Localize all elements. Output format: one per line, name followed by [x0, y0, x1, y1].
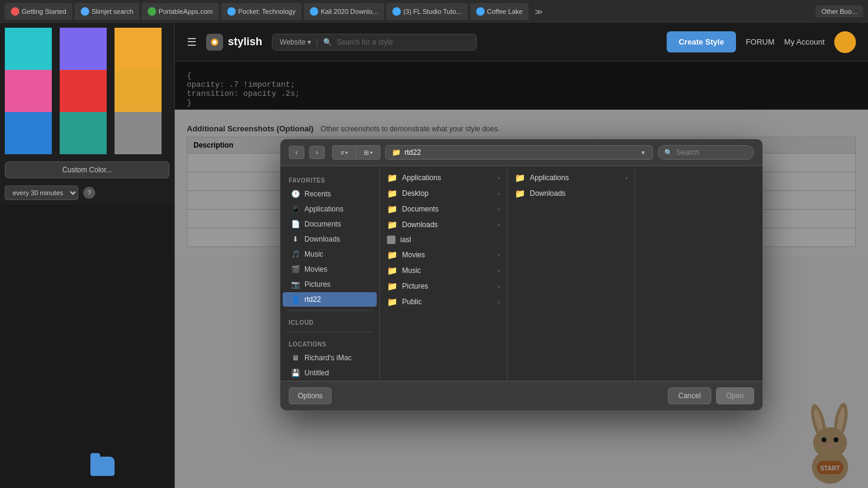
sidebar-item-imac[interactable]: 🖥 Richard's iMac	[283, 351, 377, 365]
file-column-1: 📁 Applications › 📁 Desktop › 📁	[380, 166, 508, 381]
file-dialog-overlay: ‹ › ≡▾ ⊞▾ 📁 rtd22 ▼	[175, 61, 868, 488]
swatch-blue[interactable]	[5, 112, 52, 154]
custom-color-button[interactable]: Custom Color...	[5, 161, 169, 178]
sidebar-item-documents[interactable]: 📄 Documents	[283, 217, 377, 231]
options-button[interactable]: Options	[289, 387, 332, 404]
file-icon	[387, 236, 395, 244]
sidebar-item-movies[interactable]: 🎬 Movies	[283, 262, 377, 277]
locations-label: Locations	[280, 336, 379, 350]
imac-icon: 🖥	[291, 354, 300, 362]
icloud-label: iCloud	[280, 314, 379, 328]
chevron-right-icon: ›	[498, 299, 500, 305]
list-item[interactable]: 📁 Downloads ›	[380, 217, 507, 233]
dialog-toolbar: ‹ › ≡▾ ⊞▾ 📁 rtd22 ▼	[280, 139, 763, 166]
cancel-button[interactable]: Cancel	[668, 387, 711, 404]
style-search-bar[interactable]: Website ▾ | 🔍 Search for a style	[272, 34, 477, 51]
chevron-right-icon: ›	[498, 222, 500, 228]
list-item[interactable]: 📁 Desktop ›	[380, 186, 507, 201]
location-folder-icon: 📁	[392, 148, 401, 157]
dialog-files: 📁 Applications › 📁 Desktop › 📁	[380, 166, 763, 381]
tab-flstudio[interactable]: (3) FL Studio Tuto...	[386, 3, 468, 20]
account-link[interactable]: My Account	[784, 37, 825, 46]
forward-button[interactable]: ›	[309, 146, 325, 159]
folder-icon: 📁	[515, 189, 525, 198]
forum-link[interactable]: FORUM	[746, 37, 775, 46]
list-item[interactable]: 📁 Applications ›	[380, 170, 507, 186]
tab-slimjet[interactable]: Slimjet search	[75, 3, 139, 20]
swatch-gray[interactable]	[115, 112, 162, 154]
documents-icon: 📄	[291, 220, 300, 228]
chevron-right-icon: ›	[498, 267, 500, 274]
list-item[interactable]: 📁 Applications ›	[508, 170, 635, 186]
stylish-logo: stylish	[206, 34, 262, 51]
favorites-label: Favorites	[280, 172, 379, 186]
folder-icon: 📁	[387, 250, 397, 260]
search-icon: 🔍	[323, 38, 332, 46]
create-style-button[interactable]: Create Style	[667, 31, 736, 52]
swatch-pink[interactable]	[5, 70, 52, 112]
swatch-yellow[interactable]	[115, 70, 162, 112]
back-button[interactable]: ‹	[289, 146, 304, 159]
list-item[interactable]: iasl	[380, 233, 507, 247]
chevron-right-icon: ›	[498, 283, 500, 290]
recents-icon: 🕐	[291, 190, 300, 198]
downloads-icon: ⬇	[291, 235, 300, 243]
sidebar-item-pictures[interactable]: 📷 Pictures	[283, 277, 377, 292]
dialog-search-bar[interactable]: 🔍 Search	[658, 145, 754, 160]
list-view-button[interactable]: ≡▾	[332, 145, 356, 160]
nav-right: Create Style FORUM My Account	[667, 31, 856, 53]
sidebar-item-untitled[interactable]: 💾 Untitled	[283, 366, 377, 380]
folder-icon-area	[90, 457, 115, 476]
location-bar[interactable]: 📁 rtd22 ▼	[385, 145, 653, 160]
list-item[interactable]: 📁 Music ›	[380, 263, 507, 278]
music-icon: 🎵	[291, 250, 300, 258]
swatch-purple[interactable]	[60, 28, 107, 70]
list-item[interactable]: 📁 Downloads	[508, 186, 635, 201]
interval-dropdown[interactable]: every 30 minutes	[5, 186, 78, 200]
tab-getting-started[interactable]: Getting Started	[5, 3, 72, 20]
file-column-3	[635, 166, 763, 381]
tab-more[interactable]: ≫	[531, 7, 547, 16]
sidebar-item-music[interactable]: 🎵 Music	[283, 247, 377, 261]
avatar[interactable]	[834, 31, 856, 53]
sidebar-item-recents[interactable]: 🕐 Recents	[283, 187, 377, 201]
tab-portableapps[interactable]: PortableApps.com	[142, 3, 219, 20]
tab-coffeelake[interactable]: Coffee Lake	[470, 3, 529, 20]
tab-pocket[interactable]: Pocket: Technology	[221, 3, 301, 20]
hamburger-menu[interactable]: ☰	[187, 36, 197, 49]
dialog-footer-right: Cancel Open	[668, 387, 754, 404]
sidebar-item-rtd22[interactable]: 👤 rtd22	[283, 292, 377, 307]
applications-icon: 📱	[291, 205, 300, 213]
sidebar-item-downloads[interactable]: ⬇ Downloads	[283, 232, 377, 246]
dialog-sidebar: Favorites 🕐 Recents 📱 Applications 📄 Doc…	[280, 166, 380, 381]
browser-tab-bar: Getting Started Slimjet search PortableA…	[0, 0, 868, 23]
folder-icon: 📁	[387, 173, 397, 183]
swatch-red[interactable]	[60, 70, 107, 112]
open-button[interactable]: Open	[716, 387, 754, 404]
list-item[interactable]: 📁 Movies ›	[380, 247, 507, 263]
page-background: { opacity: .7 !important; transition: op…	[175, 61, 868, 488]
help-button[interactable]: ?	[83, 187, 95, 199]
list-item[interactable]: 📁 Documents ›	[380, 201, 507, 217]
grid-view-button[interactable]: ⊞▾	[356, 145, 380, 160]
left-sidebar: Custom Color... every 30 minutes ?	[0, 23, 175, 488]
list-item[interactable]: 📁 Pictures ›	[380, 278, 507, 294]
dialog-search-icon: 🔍	[664, 149, 673, 157]
chevron-right-icon: ›	[626, 175, 627, 181]
user-icon: 👤	[291, 295, 300, 304]
folder-icon: 📁	[387, 220, 397, 230]
tab-kali[interactable]: Kali 2020 Downlo...	[304, 3, 384, 20]
list-item[interactable]: 📁 Public ›	[380, 294, 507, 310]
swatch-teal[interactable]	[5, 28, 52, 70]
stylish-logo-icon	[206, 34, 223, 51]
view-buttons: ≡▾ ⊞▾	[332, 145, 380, 160]
folder-icon: 📁	[387, 204, 397, 214]
sidebar-divider-2	[286, 332, 373, 333]
swatch-green[interactable]	[60, 112, 107, 154]
swatch-orange[interactable]	[115, 28, 162, 70]
folder-icon	[90, 457, 115, 476]
file-dialog: ‹ › ≡▾ ⊞▾ 📁 rtd22 ▼	[280, 139, 763, 410]
sidebar-item-applications[interactable]: 📱 Applications	[283, 202, 377, 216]
drive-icon: 💾	[291, 369, 300, 377]
bookmarks-btn[interactable]: Other Boo...	[816, 5, 863, 17]
